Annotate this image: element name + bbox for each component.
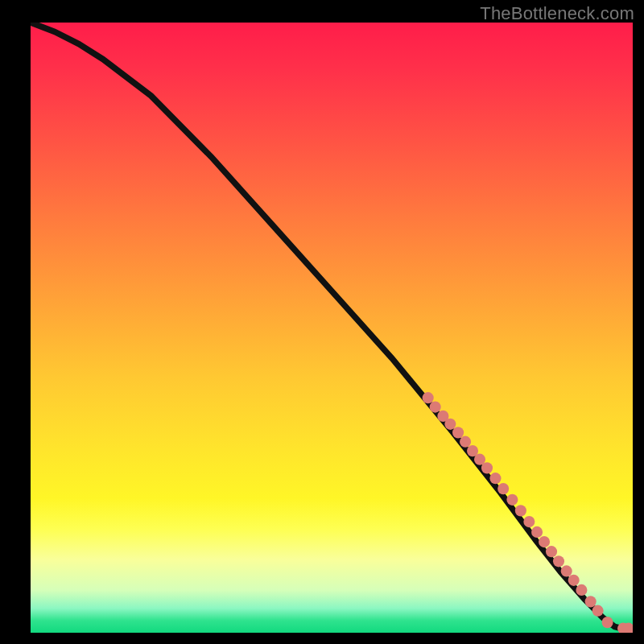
attribution-label: TheBottleneck.com — [480, 3, 634, 24]
data-marker — [430, 401, 441, 412]
plot-area — [31, 23, 633, 633]
data-marker — [460, 436, 471, 448]
data-marker — [539, 536, 550, 547]
data-marker — [553, 555, 564, 567]
data-marker — [481, 462, 493, 473]
data-marker — [531, 526, 543, 538]
data-marker — [452, 427, 464, 438]
data-marker — [546, 546, 557, 557]
data-marker — [602, 617, 613, 628]
chart-container: TheBottleneck.com — [0, 0, 644, 644]
chart-overlay — [31, 23, 633, 633]
data-marker — [423, 392, 434, 403]
data-marker — [568, 575, 580, 586]
data-marker — [585, 596, 597, 607]
data-marker — [523, 516, 535, 527]
data-marker — [592, 605, 604, 617]
data-marker — [497, 483, 509, 494]
data-marker — [515, 505, 526, 516]
data-marker — [489, 473, 501, 484]
data-marker — [506, 494, 518, 506]
marker-group — [423, 392, 633, 633]
data-marker — [576, 584, 587, 596]
data-marker — [444, 419, 456, 430]
data-marker — [561, 565, 572, 576]
